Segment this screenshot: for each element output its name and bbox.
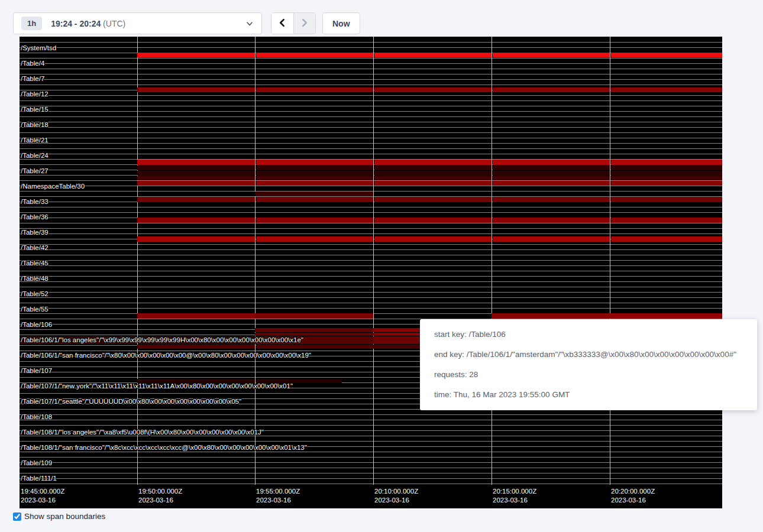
span-activity-band — [137, 171, 255, 176]
span-activity-band — [255, 192, 373, 196]
span-key-label: /Table/24 — [21, 152, 49, 159]
span-activity-band — [255, 328, 373, 332]
span-activity-band — [374, 181, 492, 186]
span-activity-band — [137, 218, 255, 223]
span-activity-band — [611, 176, 723, 180]
span-activity-band — [611, 87, 723, 92]
column-gridline — [373, 37, 374, 485]
span-key-label: /Table/39 — [21, 229, 49, 236]
span-activity-band — [493, 236, 610, 242]
time-range-select[interactable]: 1h 19:24 - 20:24 (UTC) — [13, 12, 262, 34]
span-activity-band — [137, 197, 255, 202]
span-key-label: /Table/33 — [21, 198, 49, 205]
span-activity-band — [137, 176, 255, 180]
span-activity-band — [255, 333, 373, 336]
span-key-label: /Table/108 — [21, 413, 52, 420]
span-activity-band — [256, 176, 373, 180]
x-axis-tick: 19:55:00.000Z2023-03-16 — [256, 487, 300, 505]
span-activity-band — [137, 53, 255, 58]
span-activity-band — [256, 236, 373, 242]
span-key-label: /Table/107/1/"new york"/"\x11\x11\x11\x1… — [21, 382, 293, 390]
span-activity-band — [255, 313, 373, 319]
span-key-label: /Table/107 — [21, 367, 52, 374]
range-label: 19:24 - 20:24 (UTC) — [51, 19, 125, 28]
tick-time: 19:55:00.000Z — [256, 487, 300, 496]
span-activity-band — [256, 160, 373, 165]
span-activity-band — [611, 236, 723, 242]
now-button[interactable]: Now — [322, 12, 360, 34]
chevron-right-icon — [300, 18, 309, 29]
span-activity-band — [137, 160, 255, 165]
span-activity-band — [137, 313, 255, 319]
span-key-label: /Table/108/1/"los angeles"/"\xa8\xf5\u00… — [21, 429, 264, 436]
span-activity-band — [374, 87, 492, 92]
tooltip-time: time: Thu, 16 Mar 2023 19:55:00 GMT — [434, 391, 743, 399]
column-gridline — [255, 37, 256, 485]
span-activity-band — [611, 166, 723, 170]
span-boundaries-label: Show span boundaries — [24, 512, 105, 521]
tick-time: 19:50:00.000Z — [138, 487, 182, 496]
span-key-label: /Table/111/1 — [21, 475, 57, 482]
next-interval-button[interactable] — [293, 13, 316, 34]
show-span-boundaries-row[interactable]: Show span boundaries — [13, 512, 105, 521]
span-activity-band — [611, 160, 723, 165]
tick-time: 20:20:00.000Z — [611, 487, 655, 496]
tooltip-requests: requests: 28 — [434, 371, 743, 379]
tick-time: 20:15:00.000Z — [493, 487, 536, 496]
time-nav-button-group — [271, 12, 316, 34]
span-key-label: /Table/106 — [21, 321, 52, 328]
span-activity-band — [493, 171, 610, 176]
span-activity-band — [256, 87, 373, 92]
span-activity-band — [493, 53, 610, 58]
span-key-label: /Table/55 — [21, 306, 49, 313]
span-activity-band — [493, 166, 610, 170]
tooltip-start-key: start key: /Table/106 — [434, 330, 743, 339]
span-key-label: /Table/106/1/"san francisco"/"\x80\x00\x… — [21, 352, 311, 359]
span-activity-band — [374, 171, 492, 176]
span-activity-band — [610, 313, 722, 319]
span-key-label: /Table/45 — [21, 259, 49, 267]
span-activity-band — [256, 171, 373, 176]
key-visualizer-canvas[interactable]: /System/tsd/Table/4/Table/7/Table/12/Tab… — [20, 37, 722, 508]
span-key-label: /Table/108/1/"san francisco"/"\x8c\xcc\x… — [21, 444, 307, 451]
tick-date: 2023-03-16 — [611, 496, 655, 505]
x-axis-tick: 20:20:00.000Z2023-03-16 — [611, 487, 655, 505]
x-axis-tick: 20:10:00.000Z2023-03-16 — [374, 487, 418, 505]
span-key-label: /NamespaceTable/30 — [21, 183, 85, 190]
span-activity-band — [611, 171, 723, 176]
span-key-label: /Table/107/1/"seattle"/"UUUUUUD\x00\x80\… — [21, 398, 241, 405]
span-activity-band — [256, 166, 373, 170]
span-activity-band — [374, 197, 492, 202]
span-key-label: /Table/27 — [21, 167, 49, 174]
span-activity-band — [137, 345, 255, 349]
span-key-label: /Table/7 — [21, 75, 44, 82]
span-key-label: /Table/15 — [21, 106, 49, 113]
tick-time: 20:10:00.000Z — [374, 487, 418, 496]
chevron-down-icon — [245, 20, 254, 28]
column-gridline — [137, 37, 138, 485]
span-activity-band — [137, 181, 255, 186]
span-key-label: /Table/109 — [21, 459, 52, 466]
span-activity-band — [137, 87, 255, 92]
span-activity-band — [374, 160, 492, 165]
tooltip-end-key: end key: /Table/106/1/"amsterdam"/"\xb33… — [434, 351, 743, 359]
span-key-label: /Table/48 — [21, 275, 49, 282]
tick-date: 2023-03-16 — [256, 496, 300, 505]
span-key-label: /System/tsd — [21, 44, 56, 51]
previous-interval-button[interactable] — [271, 13, 293, 34]
span-key-label: /Table/106/1/"los angeles"/"\x99\x99\x99… — [21, 336, 303, 343]
span-activity-band — [611, 53, 723, 58]
column-gridline — [610, 37, 610, 485]
span-key-label: /Table/18 — [21, 121, 49, 128]
span-key-label: /Table/12 — [21, 90, 49, 98]
span-activity-band — [611, 197, 723, 202]
span-activity-band — [611, 181, 723, 186]
span-key-label: /Table/21 — [21, 137, 49, 144]
span-activity-band — [493, 87, 610, 92]
span-activity-band — [493, 160, 610, 165]
tick-time: 19:45:00.000Z — [21, 487, 64, 496]
span-activity-band — [256, 53, 373, 58]
span-key-label: /Table/36 — [21, 213, 49, 220]
span-boundaries-checkbox[interactable] — [13, 512, 21, 521]
span-activity-band — [493, 176, 610, 180]
